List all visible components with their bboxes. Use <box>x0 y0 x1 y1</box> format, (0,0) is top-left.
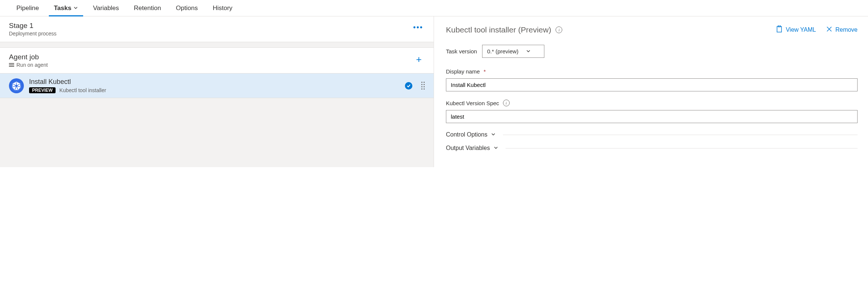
stage-subtitle: Deployment process <box>9 31 57 37</box>
info-icon[interactable]: i <box>503 100 510 106</box>
tab-retention[interactable]: Retention <box>126 0 169 16</box>
section-label: Output Variables <box>446 145 490 151</box>
tab-options[interactable]: Options <box>169 0 205 16</box>
tab-label: History <box>213 4 232 12</box>
tab-label: Pipeline <box>16 4 39 12</box>
job-subtitle: Run on agent <box>9 62 48 68</box>
add-task-button[interactable]: + <box>413 53 425 66</box>
tab-pipeline[interactable]: Pipeline <box>9 0 47 16</box>
right-pane: Kubectl tool installer (Preview) i View … <box>434 16 868 167</box>
chevron-down-icon <box>526 48 531 54</box>
output-variables-section[interactable]: Output Variables <box>446 145 858 151</box>
job-subtitle-text: Run on agent <box>16 62 48 68</box>
svg-rect-13 <box>777 26 781 32</box>
display-name-input[interactable] <box>446 78 858 91</box>
check-icon <box>405 82 412 90</box>
version-spec-input[interactable] <box>446 110 858 123</box>
chevron-down-icon <box>73 4 78 12</box>
remove-button[interactable]: Remove <box>826 26 858 34</box>
version-spec-label: Kubectl Version Spec i <box>446 100 858 106</box>
tab-label: Retention <box>134 4 161 12</box>
close-icon <box>826 26 832 34</box>
clipboard-icon <box>776 25 783 34</box>
svg-rect-0 <box>9 63 14 64</box>
agent-icon <box>9 63 14 67</box>
task-item-install-kubectl[interactable]: Install Kubectl PREVIEW Kubectl tool ins… <box>0 73 434 98</box>
agent-job-row[interactable]: Agent job Run on agent + <box>0 47 434 73</box>
svg-rect-14 <box>778 25 780 27</box>
stage-title: Stage 1 <box>9 22 57 30</box>
label-text: Display name <box>446 68 480 75</box>
tab-label: Tasks <box>54 4 72 12</box>
stage-header[interactable]: Stage 1 Deployment process ••• <box>0 16 434 42</box>
task-content: Install Kubectl PREVIEW Kubectl tool ins… <box>29 78 400 93</box>
task-version-label: Task version <box>446 48 477 54</box>
chevron-down-icon <box>491 131 496 138</box>
left-pane: Stage 1 Deployment process ••• Agent job <box>0 16 434 167</box>
section-label: Control Options <box>446 131 487 138</box>
task-details-title: Kubectl tool installer (Preview) i <box>446 25 562 34</box>
view-yaml-label: View YAML <box>786 26 816 33</box>
title-text: Kubectl tool installer (Preview) <box>446 25 551 34</box>
task-description: Kubectl tool installer <box>59 87 106 93</box>
task-version-value: 0.* (preview) <box>487 48 518 54</box>
view-yaml-button[interactable]: View YAML <box>776 25 816 34</box>
svg-rect-1 <box>9 65 14 65</box>
more-button[interactable]: ••• <box>412 22 425 33</box>
tab-label: Variables <box>93 4 119 12</box>
display-name-label: Display name * <box>446 68 858 75</box>
remove-label: Remove <box>835 26 858 33</box>
kubernetes-icon <box>9 78 24 93</box>
required-indicator: * <box>484 68 486 75</box>
preview-badge: PREVIEW <box>29 87 56 93</box>
tab-history[interactable]: History <box>205 0 240 16</box>
task-version-select[interactable]: 0.* (preview) <box>482 45 544 58</box>
divider <box>506 148 858 148</box>
drag-handle-icon[interactable] <box>421 82 425 90</box>
tab-bar: Pipeline Tasks Variables Retention Optio… <box>0 0 868 16</box>
label-text: Kubectl Version Spec <box>446 100 499 106</box>
tab-label: Options <box>176 4 198 12</box>
chevron-down-icon <box>494 145 498 151</box>
task-name: Install Kubectl <box>29 78 400 86</box>
job-title: Agent job <box>9 53 48 61</box>
control-options-section[interactable]: Control Options <box>446 131 858 138</box>
tab-variables[interactable]: Variables <box>85 0 126 16</box>
divider <box>503 135 858 135</box>
svg-rect-2 <box>9 66 14 67</box>
info-icon[interactable]: i <box>556 26 562 33</box>
tab-tasks[interactable]: Tasks <box>47 0 86 16</box>
